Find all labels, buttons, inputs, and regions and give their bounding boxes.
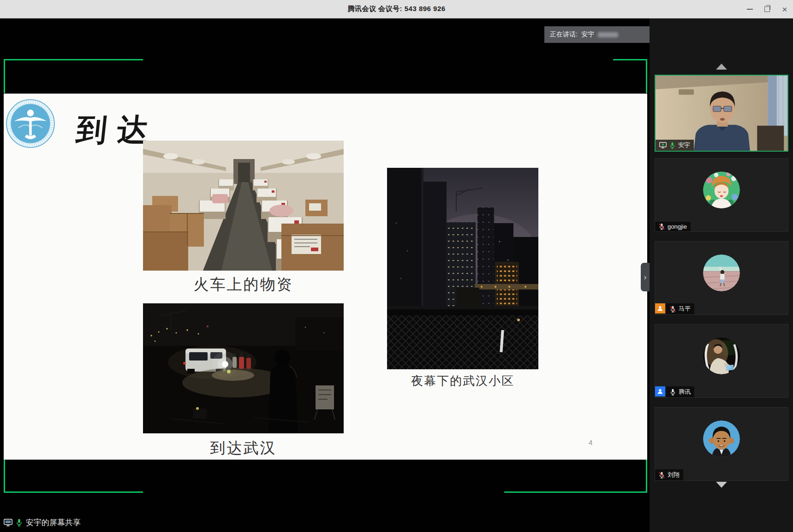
participant-name: 安宇: [678, 141, 690, 149]
arrival-photo-art: [143, 303, 344, 433]
participant-label: 腾讯: [655, 386, 694, 397]
participant-tile-anyu[interactable]: 安宇: [655, 75, 788, 152]
train-photo-art: [143, 141, 344, 271]
caption-arrival-wuhan: 到达武汉: [143, 438, 344, 459]
avatar: [703, 420, 740, 457]
screen-share-icon: [659, 142, 667, 148]
mic-muted-icon: [659, 223, 665, 230]
cartoon-boy-avatar-art: [703, 420, 740, 457]
avatar: [703, 337, 740, 374]
share-label: 安宇的屏幕共享: [26, 517, 81, 528]
participant-name: 刘翔: [668, 471, 680, 479]
participant-label: gongjie: [655, 222, 691, 231]
close-icon: ✕: [782, 6, 788, 13]
caption-train-supplies: 火车上的物资: [143, 274, 344, 295]
mic-on-icon: [670, 389, 676, 396]
window-controls: ✕: [746, 0, 788, 18]
slide-logo-emblem-icon: [6, 99, 55, 148]
night-city-photo-art: [387, 168, 538, 369]
member-badge-blue-icon: [655, 386, 665, 396]
minimize-icon: [747, 9, 753, 10]
screen-share-icon: [4, 519, 12, 526]
sidebar-collapse-handle[interactable]: ›: [641, 263, 650, 291]
maximize-button[interactable]: [763, 6, 771, 13]
screen-share-status: 安宇的屏幕共享: [4, 517, 81, 528]
window-title: 腾讯会议 会议号: 543 896 926: [347, 5, 445, 13]
photo-arrival-wuhan: [143, 303, 344, 433]
triangle-down-icon: [716, 482, 727, 488]
mic-on-icon: [669, 142, 675, 149]
blurred-names: [598, 32, 618, 37]
photo-night-community: [387, 168, 538, 369]
participant-name: 马平: [679, 305, 691, 313]
playground-photo-avatar-art: [703, 254, 740, 291]
window-titlebar: 腾讯会议 会议号: 543 896 926 ✕: [0, 0, 793, 18]
photo-train-supplies: [143, 141, 344, 271]
chevron-right-icon: ›: [644, 272, 647, 282]
mic-muted-icon: [659, 472, 665, 479]
participant-label: 马平: [655, 303, 694, 314]
scroll-down-button[interactable]: [650, 482, 793, 488]
avatar: [703, 254, 740, 291]
avatar: [703, 171, 740, 208]
participant-label: 安宇: [656, 140, 694, 151]
participant-label: 刘翔: [655, 469, 683, 480]
speaking-prefix: 正在讲话:: [550, 30, 578, 39]
speaking-banner: 正在讲话: 安宇: [544, 26, 650, 43]
participant-name: gongjie: [668, 223, 687, 230]
maximize-icon: [764, 6, 770, 12]
participant-tile-gongjie[interactable]: gongjie: [655, 158, 788, 232]
caption-night-community: 夜幕下的武汉小区: [387, 373, 538, 389]
minimize-button[interactable]: [746, 6, 753, 13]
presentation-slide: 到达: [4, 94, 647, 460]
anime-girl-avatar-art: [703, 171, 740, 208]
mic-muted-icon: [670, 306, 676, 313]
participant-tile-tengxun[interactable]: 腾讯: [655, 324, 788, 398]
close-button[interactable]: ✕: [781, 6, 788, 13]
participant-tile-liuxiang[interactable]: 刘翔: [655, 407, 788, 481]
desk-photo-avatar-art: [703, 337, 740, 374]
participants-sidebar: 安宇: [650, 18, 793, 532]
participant-tile-maping[interactable]: 马平: [655, 241, 788, 315]
speaking-name: 安宇: [581, 30, 594, 39]
slide-page-number: 4: [589, 438, 592, 446]
scroll-up-button[interactable]: [650, 64, 793, 70]
participant-name: 腾讯: [679, 388, 691, 396]
triangle-up-icon: [716, 64, 727, 70]
member-badge-orange-icon: [655, 303, 665, 313]
mic-on-icon: [16, 519, 23, 526]
